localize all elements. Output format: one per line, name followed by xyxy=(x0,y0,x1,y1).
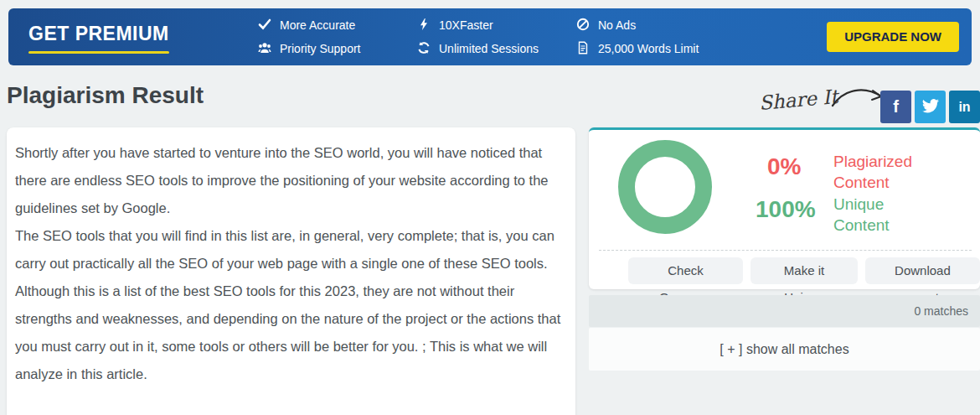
feature-label: Priority Support xyxy=(280,42,360,55)
download-report-button[interactable]: Download report xyxy=(865,257,980,284)
unique-content-donut-chart xyxy=(618,140,712,234)
feature-priority-support: Priority Support xyxy=(258,41,360,57)
feature-words-limit: 25,000 Words Limit xyxy=(576,41,699,57)
get-premium-label: GET PREMIUM xyxy=(28,23,169,44)
facebook-share-button[interactable]: f xyxy=(880,91,911,123)
share-arrow-icon xyxy=(831,82,886,112)
feature-label: Unlimited Sessions xyxy=(439,42,539,55)
linkedin-share-button[interactable]: in xyxy=(949,91,980,123)
linkedin-icon: in xyxy=(958,100,970,115)
plagiarism-result-card: 0% Plagiarized Content 100% Unique Conte… xyxy=(589,127,980,289)
paragraph: Shortly after you have started to ventur… xyxy=(15,139,564,222)
refresh-icon xyxy=(417,41,431,57)
feature-10x-faster: 10XFaster xyxy=(417,18,539,34)
divider xyxy=(599,250,972,251)
page-title: Plagiarism Result xyxy=(7,82,204,109)
feature-more-accurate: More Accurate xyxy=(258,18,360,34)
facebook-icon: f xyxy=(893,97,899,117)
twitter-icon xyxy=(922,99,939,116)
plagiarized-label: Plagiarized Content xyxy=(833,151,942,193)
no-ads-icon xyxy=(576,18,590,34)
feature-label: 10XFaster xyxy=(439,18,493,32)
get-premium-title: GET PREMIUM xyxy=(28,23,169,54)
users-icon xyxy=(258,41,271,57)
bolt-icon xyxy=(417,18,431,34)
unique-label: Unique Content xyxy=(833,194,942,236)
twitter-share-button[interactable] xyxy=(915,91,946,123)
premium-banner: GET PREMIUM More Accurate Priority Suppo… xyxy=(8,8,972,65)
check-icon xyxy=(258,18,271,34)
share-it-label: Share It xyxy=(758,86,838,114)
result-actions: Check Grammar Make it Unique Download re… xyxy=(628,257,980,284)
make-it-unique-button[interactable]: Make it Unique xyxy=(750,257,858,284)
paragraph: The SEO tools that you will find in this… xyxy=(15,222,564,388)
share-buttons: f in xyxy=(880,91,980,123)
yellow-underline xyxy=(28,51,169,54)
feature-unlimited-sessions: Unlimited Sessions xyxy=(417,41,539,57)
feature-column-3: No Ads 25,000 Words Limit xyxy=(576,8,699,65)
feature-label: 25,000 Words Limit xyxy=(598,42,699,55)
checked-text-panel: Shortly after you have started to ventur… xyxy=(7,127,575,415)
check-grammar-button[interactable]: Check Grammar xyxy=(628,257,743,284)
show-all-matches-button[interactable]: [ + ] show all matches xyxy=(589,328,980,371)
feature-label: No Ads xyxy=(598,18,636,32)
matches-count-bar: 0 matches xyxy=(589,295,980,327)
unique-percentage: 100% xyxy=(756,196,816,223)
upgrade-now-button[interactable]: UPGRADE NOW xyxy=(827,22,959,52)
plagiarized-percentage: 0% xyxy=(767,153,801,180)
document-icon xyxy=(576,41,590,57)
feature-label: More Accurate xyxy=(280,18,355,32)
feature-column-1: More Accurate Priority Support xyxy=(258,8,360,65)
feature-no-ads: No Ads xyxy=(576,18,699,34)
feature-column-2: 10XFaster Unlimited Sessions xyxy=(417,8,539,65)
